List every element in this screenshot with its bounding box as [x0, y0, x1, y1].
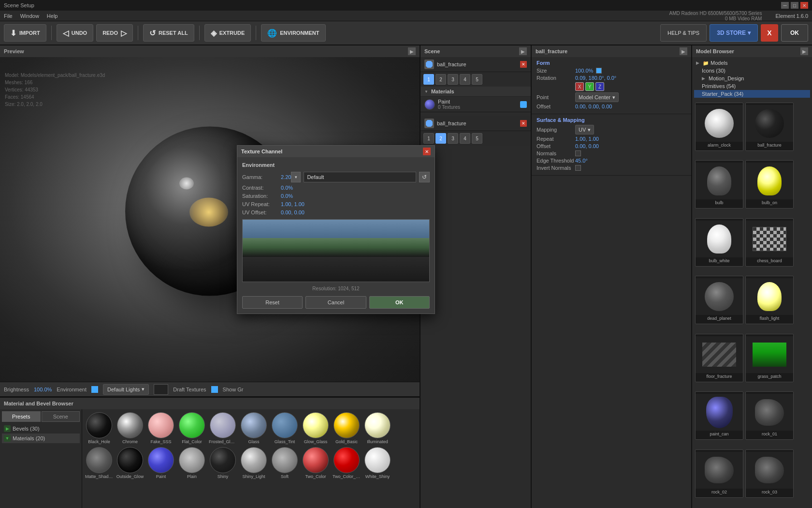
model-paint-can[interactable]: paint_can — [695, 391, 743, 440]
model-bulb-on[interactable]: bulb_on — [745, 160, 794, 209]
dialog-reset-button[interactable]: Reset — [242, 296, 303, 309]
offset-value[interactable]: 0.00, 0.00, 0.00 — [575, 104, 612, 109]
texture-channel-dialog[interactable]: Texture Channel ✕ Environment Gamma: 2.2… — [237, 145, 435, 314]
scene-close-2[interactable]: ✕ — [520, 120, 527, 127]
menu-window[interactable]: Window — [20, 13, 39, 19]
model-rock-01[interactable]: rock_01 — [745, 391, 794, 440]
pivot-dropdown[interactable]: Model Center ▾ — [575, 92, 619, 102]
tree-motion[interactable]: ▶ Motion_Design — [694, 75, 810, 82]
refresh-button[interactable]: ↺ — [419, 172, 430, 182]
model-rock-02[interactable]: rock_02 — [695, 449, 743, 498]
scene-tab-2-4[interactable]: 4 — [460, 133, 470, 144]
import-button[interactable]: ⬇ IMPORT — [4, 24, 46, 42]
tree-models[interactable]: ▶ 📁 Models — [694, 59, 810, 67]
scene-tab-1-4[interactable]: 4 — [460, 74, 470, 85]
mat-item-flat-color[interactable]: Flat_Color — [178, 412, 206, 444]
minimize-button[interactable]: ─ — [781, 2, 789, 9]
window-controls[interactable]: ─ □ ✕ — [781, 2, 808, 9]
rotation-value[interactable]: 0.09, 180.0°, 0.0° — [575, 75, 616, 81]
dropdown-arrow-btn[interactable]: ▾ — [291, 172, 301, 182]
gamma-value[interactable]: 2.20 — [281, 174, 291, 180]
default-text-input[interactable] — [304, 172, 416, 182]
scene-item-1[interactable]: ball_fracture ✕ — [420, 57, 531, 72]
menu-help[interactable]: Help — [47, 13, 58, 19]
scene-close-1[interactable]: ✕ — [520, 61, 527, 68]
mat-item-white-shiny[interactable]: White_Shiny — [363, 447, 392, 479]
edge-value[interactable]: 45.0° — [575, 158, 588, 164]
store-button[interactable]: 3D STORE ▾ — [710, 24, 758, 42]
scene-tab-2-3[interactable]: 3 — [448, 133, 458, 144]
model-flash-light[interactable]: flash_light — [745, 276, 794, 324]
paint-material-row[interactable]: Paint 0 Textures — [420, 97, 531, 112]
model-browser-expand[interactable]: ▶ — [800, 47, 808, 55]
dialog-close-button[interactable]: ✕ — [423, 148, 431, 155]
materials-tree-item[interactable]: ▼ Materials (20) — [2, 433, 80, 443]
mat-item-black-hole[interactable]: Black_Hole — [85, 412, 113, 444]
dialog-cancel-button[interactable]: Cancel — [305, 296, 366, 309]
mat-item-fake-sss[interactable]: Fake_SSS — [147, 412, 175, 444]
model-dead-planet[interactable]: dead_planet — [695, 276, 743, 324]
menu-file[interactable]: File — [4, 13, 13, 19]
mat-item-shiny[interactable]: Shiny — [209, 447, 237, 479]
scene-tab-1-3[interactable]: 3 — [448, 74, 458, 85]
dialog-titlebar[interactable]: Texture Channel ✕ — [237, 146, 435, 157]
mat-item-glass[interactable]: Glass — [240, 412, 268, 444]
scene-tab-2-5[interactable]: 5 — [472, 133, 482, 144]
undo-button[interactable]: ◁ UNDO — [57, 24, 93, 42]
mat-item-soft[interactable]: Soft — [271, 447, 299, 479]
mat-item-gold[interactable]: Gold_Basic — [333, 412, 361, 444]
mat-item-matte[interactable]: Matte_Shadow — [85, 447, 113, 479]
mat-item-illuminated[interactable]: Illuminated — [363, 412, 392, 444]
ok-button[interactable]: OK — [781, 24, 808, 42]
model-ball-fracture[interactable]: ball_fracture — [745, 103, 794, 151]
mat-item-shiny-light[interactable]: Shiny_Light — [240, 447, 268, 479]
mat-item-two-color-re[interactable]: Two_Color_Re — [333, 447, 361, 479]
model-alarm-clock[interactable]: alarm_clock — [695, 103, 743, 151]
mat-item-glass-tint[interactable]: Glass_Tint — [271, 412, 299, 444]
mat-item-outside-glow[interactable]: Outside_Glow — [116, 447, 144, 479]
x-axis-button[interactable]: X — [575, 82, 584, 91]
dialog-ok-button[interactable]: OK — [369, 296, 430, 309]
model-bulb-white[interactable]: bulb_white — [695, 218, 743, 267]
uv-dropdown[interactable]: UV ▾ — [575, 125, 594, 134]
model-floor-fracture[interactable]: floor_fracture — [695, 334, 743, 382]
uv-offset-value[interactable]: 0.00, 0.00 — [281, 209, 304, 215]
repeat-value[interactable]: 1.00, 1.00 — [575, 136, 599, 142]
tree-icons[interactable]: Icons (30) — [694, 67, 810, 75]
redo-button[interactable]: REDO ▷ — [96, 24, 133, 42]
mat-item-plain[interactable]: Plain — [178, 447, 206, 479]
size-checkbox[interactable] — [596, 68, 602, 74]
preview-expand-button[interactable]: ▶ — [408, 47, 416, 55]
x-button[interactable]: X — [761, 24, 778, 42]
scene-tab-2-1[interactable]: 1 — [423, 133, 434, 144]
contrast-value[interactable]: 0.0% — [281, 185, 293, 191]
draft-textures-checkbox[interactable] — [211, 386, 218, 393]
help-button[interactable]: HELP & TIPS — [660, 24, 707, 42]
scene-expand-button[interactable]: ▶ — [519, 47, 527, 55]
lights-dropdown[interactable]: Default Lights ▾ — [103, 384, 149, 395]
mat-item-frosted-glass[interactable]: Frosted_Glass — [209, 412, 237, 444]
scene-tab[interactable]: Scene — [42, 411, 80, 422]
close-button[interactable]: ✕ — [800, 2, 808, 9]
extrude-button[interactable]: ◈ EXTRUDE — [204, 24, 251, 42]
model-chess-board[interactable]: chess_board — [745, 218, 794, 267]
normals-checkbox[interactable] — [575, 150, 581, 156]
color-swatch[interactable] — [154, 384, 168, 395]
mat-item-chrome[interactable]: Chrome — [116, 412, 144, 444]
tree-primitives[interactable]: Primitives (54) — [694, 82, 810, 90]
scene-tab-1-2[interactable]: 2 — [435, 74, 446, 85]
model-rock-03[interactable]: rock_03 — [745, 449, 794, 498]
maximize-button[interactable]: □ — [791, 2, 798, 9]
mat-item-paint[interactable]: Paint — [147, 447, 175, 479]
model-grass-patch[interactable]: grass_patch — [745, 334, 794, 382]
presets-tab[interactable]: Presets — [2, 411, 41, 422]
saturation-value[interactable]: 0.0% — [281, 193, 293, 199]
z-axis-button[interactable]: Z — [595, 82, 604, 91]
brightness-value[interactable]: 100.0% — [34, 387, 52, 392]
y-axis-button[interactable]: Y — [585, 82, 594, 91]
mat-item-glow-glass[interactable]: Glow_Glass — [302, 412, 330, 444]
tree-starter-pack[interactable]: Starter_Pack (34) — [694, 90, 810, 98]
model-bulb[interactable]: bulb — [695, 160, 743, 209]
environment-checkbox[interactable] — [91, 386, 98, 393]
props-expand-button[interactable]: ▶ — [680, 47, 687, 55]
